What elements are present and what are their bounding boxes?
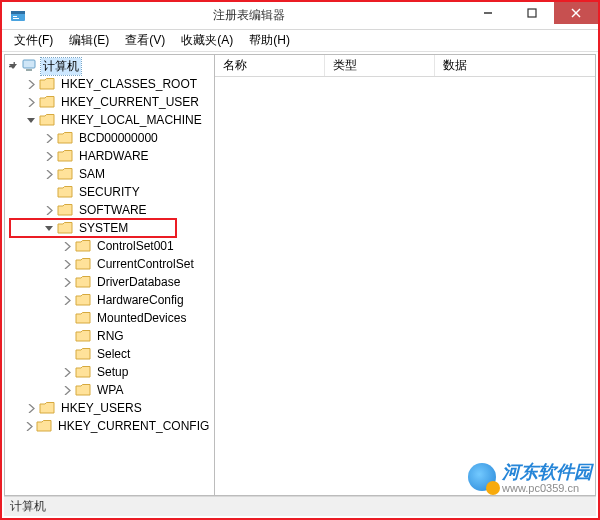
folder-icon [36, 419, 52, 433]
tree-hardwareconfig[interactable]: HardwareConfig [61, 291, 214, 309]
menu-favorites[interactable]: 收藏夹(A) [173, 30, 241, 51]
tree-label: BCD00000000 [77, 131, 160, 145]
expand-icon[interactable] [61, 276, 73, 288]
folder-icon [75, 275, 91, 289]
tree-label: HKEY_CURRENT_USER [59, 95, 201, 109]
expand-icon[interactable] [61, 384, 73, 396]
status-path: 计算机 [10, 498, 46, 515]
maximize-button[interactable] [510, 2, 554, 24]
tree-sam[interactable]: SAM [43, 165, 214, 183]
status-bar: 计算机 [4, 496, 596, 516]
expand-icon[interactable] [25, 420, 34, 432]
tree-hardware[interactable]: HARDWARE [43, 147, 214, 165]
folder-icon [39, 113, 55, 127]
svg-rect-8 [23, 60, 35, 68]
tree-hkcr[interactable]: HKEY_CLASSES_ROOT [25, 75, 214, 93]
folder-icon [75, 347, 91, 361]
menu-edit[interactable]: 编辑(E) [61, 30, 117, 51]
tree-hkcc[interactable]: HKEY_CURRENT_CONFIG [25, 417, 214, 435]
tree-wpa[interactable]: WPA [61, 381, 214, 399]
expand-icon[interactable] [43, 168, 55, 180]
column-type[interactable]: 类型 [325, 55, 435, 76]
folder-icon [75, 257, 91, 271]
column-name[interactable]: 名称 [215, 55, 325, 76]
tree-label: CurrentControlSet [95, 257, 196, 271]
client-area: 计算机 HKEY_CLASSES_ROOT HKEY_CURRENT_USER [4, 54, 596, 496]
folder-icon [75, 329, 91, 343]
close-button[interactable] [554, 2, 598, 24]
list-header: 名称 类型 数据 [215, 55, 595, 77]
tree-hku[interactable]: HKEY_USERS [25, 399, 214, 417]
expand-icon[interactable] [25, 402, 37, 414]
tree-label: 计算机 [41, 58, 81, 75]
tree-label: HKEY_LOCAL_MACHINE [59, 113, 204, 127]
collapse-icon[interactable] [25, 114, 37, 126]
expand-icon[interactable] [61, 294, 73, 306]
regedit-icon [10, 8, 26, 24]
folder-icon [39, 77, 55, 91]
folder-icon [57, 167, 73, 181]
folder-icon [39, 401, 55, 415]
tree-security[interactable]: SECURITY [43, 183, 214, 201]
expand-icon[interactable] [25, 96, 37, 108]
computer-icon [21, 59, 37, 73]
expand-icon[interactable] [61, 366, 73, 378]
tree-mounteddevices[interactable]: MountedDevices [61, 309, 214, 327]
menu-bar: 文件(F) 编辑(E) 查看(V) 收藏夹(A) 帮助(H) [2, 30, 598, 52]
tree-software[interactable]: SOFTWARE [43, 201, 214, 219]
tree-label: WPA [95, 383, 125, 397]
tree-label: DriverDatabase [95, 275, 182, 289]
title-bar: 注册表编辑器 [2, 2, 598, 30]
expand-icon[interactable] [61, 240, 73, 252]
tree-currentcontrolset[interactable]: CurrentControlSet [61, 255, 214, 273]
expand-icon[interactable] [43, 204, 55, 216]
expand-icon[interactable] [61, 258, 73, 270]
tree-system[interactable]: SYSTEM [43, 219, 214, 237]
expand-icon[interactable] [25, 78, 37, 90]
tree-label: HKEY_CLASSES_ROOT [59, 77, 199, 91]
tree-label: MountedDevices [95, 311, 188, 325]
folder-icon [57, 203, 73, 217]
svg-rect-1 [11, 11, 25, 14]
minimize-button[interactable] [466, 2, 510, 24]
collapse-icon[interactable] [7, 60, 19, 72]
expand-icon[interactable] [43, 132, 55, 144]
tree-label: ControlSet001 [95, 239, 176, 253]
tree-hkcu[interactable]: HKEY_CURRENT_USER [25, 93, 214, 111]
tree-label: HardwareConfig [95, 293, 186, 307]
expand-icon[interactable] [43, 150, 55, 162]
tree-label: HARDWARE [77, 149, 151, 163]
folder-icon [39, 95, 55, 109]
tree-bcd[interactable]: BCD00000000 [43, 129, 214, 147]
tree-select[interactable]: Select [61, 345, 214, 363]
folder-icon [75, 311, 91, 325]
folder-icon [57, 131, 73, 145]
svg-rect-3 [13, 18, 19, 19]
app-window: 注册表编辑器 文件(F) 编辑(E) 查看(V) 收藏夹(A) 帮助(H) [0, 0, 600, 520]
tree-label: HKEY_USERS [59, 401, 144, 415]
tree-setup[interactable]: Setup [61, 363, 214, 381]
tree-controlset001[interactable]: ControlSet001 [61, 237, 214, 255]
tree-root-computer[interactable]: 计算机 [7, 57, 214, 75]
tree-label: SAM [77, 167, 107, 181]
folder-icon [75, 383, 91, 397]
tree-label: Select [95, 347, 132, 361]
tree-label: HKEY_CURRENT_CONFIG [56, 419, 211, 433]
folder-icon [57, 185, 73, 199]
tree-rng[interactable]: RNG [61, 327, 214, 345]
menu-help[interactable]: 帮助(H) [241, 30, 298, 51]
svg-rect-9 [26, 69, 32, 71]
folder-icon [57, 149, 73, 163]
column-data[interactable]: 数据 [435, 55, 595, 76]
value-list-pane[interactable]: 名称 类型 数据 [215, 55, 595, 495]
tree-pane[interactable]: 计算机 HKEY_CLASSES_ROOT HKEY_CURRENT_USER [5, 55, 215, 495]
tree-label: Setup [95, 365, 130, 379]
collapse-icon[interactable] [43, 222, 55, 234]
svg-rect-2 [13, 16, 17, 17]
tree-hklm[interactable]: HKEY_LOCAL_MACHINE [25, 111, 214, 129]
window-controls [466, 2, 598, 29]
menu-file[interactable]: 文件(F) [6, 30, 61, 51]
menu-view[interactable]: 查看(V) [117, 30, 173, 51]
tree-driverdatabase[interactable]: DriverDatabase [61, 273, 214, 291]
folder-icon [57, 221, 73, 235]
